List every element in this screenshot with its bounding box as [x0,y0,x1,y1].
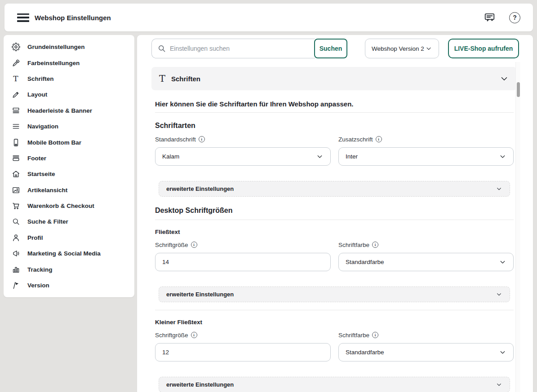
sidebar-item-label: Startseite [27,171,55,177]
info-icon[interactable]: i [372,332,378,338]
main-panel: Suchen Webshop Version 2 LIVE-Shop aufru… [137,35,533,392]
footer-icon [11,154,20,163]
chevron-down-icon [499,348,506,356]
advanced-settings-label: erweiterte Einstellungen [166,185,234,192]
block-title-fliesstext: Fließtext [155,229,517,235]
feedback-icon[interactable] [484,12,496,23]
sidebar-item-footer[interactable]: Footer [4,150,134,166]
search-field-wrap [151,39,315,58]
sidebar-item-suche-filter[interactable]: Suche & Filter [4,214,134,229]
info-icon[interactable]: i [191,332,197,338]
scrollbar-track[interactable] [515,62,520,392]
sidebar-item-grundeinstellungen[interactable]: Grundeinstellungen [4,39,134,55]
chevron-down-icon [499,258,506,266]
search-button[interactable]: Suchen [314,39,347,58]
sidebar-item-headerleiste[interactable]: Headerleiste & Banner [4,103,134,119]
font-icon: T [11,74,20,83]
search-icon [11,217,20,226]
standard-font-label: Standardschrift i [155,136,331,143]
sidebar-item-label: Suche & Filter [27,218,68,225]
help-icon[interactable]: ? [509,12,520,23]
info-icon[interactable]: i [191,242,197,248]
divider [155,310,514,310]
advanced-settings-toggle[interactable]: erweiterte Einstellungen [159,286,510,302]
sidebar-item-label: Warenkorb & Checkout [27,203,94,209]
advanced-settings-toggle[interactable]: erweiterte Einstellungen [159,377,510,392]
label-text: Zusatzschrift [338,136,373,143]
topbar-actions: ? [484,12,520,23]
menu-lines-icon [11,122,20,131]
topbar: Webshop Einstellungen ? [4,4,533,31]
live-shop-button[interactable]: LIVE-Shop aufrufen [448,39,519,58]
sidebar-item-label: Mobile Bottom Bar [27,139,81,146]
section-title: Schriften [171,75,200,83]
fliesstext-fields: Schriftgröße i Schriftfarbe i Standardfa… [155,241,517,271]
sidebar-item-startseite[interactable]: Startseite [4,166,134,182]
font-color-field: Schriftfarbe i Standardfarbe [338,241,514,271]
font-color-label: Schriftfarbe i [338,331,514,339]
font-size-input[interactable] [155,343,331,361]
sidebar-item-label: Farbeinstellungen [27,60,80,66]
home-icon [11,170,20,179]
label-text: Schriftgröße [155,332,188,339]
standard-font-select[interactable]: Kalam [155,147,331,166]
search-icon [157,44,166,53]
sidebar-item-navigation[interactable]: Navigation [4,119,134,134]
font-color-field: Schriftfarbe i Standardfarbe [338,331,514,361]
sidebar-item-label: Artikelansicht [27,187,67,194]
info-icon[interactable]: i [372,242,378,248]
flag-icon [11,281,20,290]
sidebar-item-label: Grundeinstellungen [27,44,85,50]
font-size-field: Schriftgröße i [155,331,331,361]
pencil-icon [11,90,20,99]
sidebar-item-layout[interactable]: Layout [4,87,134,102]
cart-icon [11,202,20,211]
scrollbar-thumb[interactable] [517,82,520,97]
hamburger-icon[interactable] [17,13,29,22]
additional-font-value: Inter [346,153,358,160]
font-color-select[interactable]: Standardfarbe [338,253,514,271]
sidebar-item-farbeinstellungen[interactable]: Farbeinstellungen [4,55,134,70]
sidebar-item-profil[interactable]: Profil [4,230,134,246]
sidebar-item-marketing[interactable]: Marketing & Social Media [4,246,134,261]
font-size-field: Schriftgröße i [155,241,331,271]
sidebar-item-schriften[interactable]: T Schriften [4,71,134,87]
label-text: Schriftgröße [155,242,188,248]
sidebar-item-artikelansicht[interactable]: Artikelansicht [4,182,134,198]
sidebar-item-version[interactable]: Version [4,277,134,293]
mobile-icon [11,138,20,147]
person-icon [11,233,20,242]
search-input[interactable] [151,39,315,58]
advanced-settings-label: erweiterte Einstellungen [166,291,234,298]
sidebar-item-warenkorb[interactable]: Warenkorb & Checkout [4,198,134,214]
chevron-down-icon [499,153,506,160]
sidebar-item-label: Tracking [27,266,53,273]
font-color-select[interactable]: Standardfarbe [338,343,514,361]
label-text: Standardschrift [155,136,196,143]
section-header-schriften[interactable]: T Schriften [151,67,517,90]
sidebar-item-mobile-bottom-bar[interactable]: Mobile Bottom Bar [4,134,134,150]
additional-font-select[interactable]: Inter [338,147,514,166]
sidebar-item-label: Navigation [27,123,58,130]
info-icon[interactable]: i [376,136,382,142]
version-select[interactable]: Webshop Version 2 [365,39,439,58]
sidebar-item-tracking[interactable]: Tracking [4,261,134,277]
standard-font-field: Standardschrift i Kalam [155,136,331,166]
settings-content: T Schriften Hier können Sie die Schrifta… [137,67,533,392]
additional-font-label: Zusatzschrift i [338,136,514,143]
advanced-settings-toggle[interactable]: erweiterte Einstellungen [159,181,510,197]
bar-chart-icon [11,265,20,274]
sidebar-item-label: Layout [27,91,47,98]
sidebar-item-label: Marketing & Social Media [27,250,101,257]
chevron-down-icon [499,74,509,84]
fonts-heading: Schriftarten [155,122,517,130]
info-icon[interactable]: i [199,136,205,142]
font-size-input[interactable] [155,253,331,271]
block-title-kleiner-fliesstext: Kleiner Fließtext [155,319,517,326]
chevron-down-icon [316,153,324,160]
font-size-label: Schriftgröße i [155,331,331,339]
app-title: Webshop Einstellungen [35,14,111,22]
sidebar-item-label: Version [27,282,49,289]
sidebar: Grundeinstellungen Farbeinstellungen T S… [4,35,134,297]
chevron-down-icon [496,291,502,298]
